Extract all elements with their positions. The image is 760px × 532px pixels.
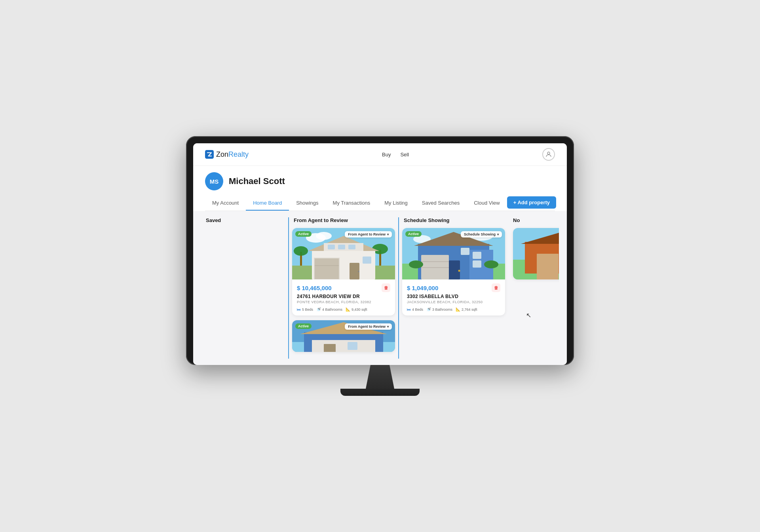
baths-text-1: 4 Bathrooms [322, 308, 342, 312]
column-title-saved: Saved [204, 217, 285, 223]
svg-point-1 [547, 152, 550, 154]
delete-card-3[interactable]: 🗑 [492, 283, 500, 292]
sub-nav: My Account Home Board Showings My Transa… [205, 196, 555, 211]
baths-text-3: 3 Bathrooms [432, 308, 452, 312]
svg-point-46 [409, 260, 423, 268]
card-city-1: PONTE VEDRA BEACH, FLORIDA, 32082 [297, 300, 390, 304]
svg-rect-52 [537, 254, 559, 279]
board-column-from-agent: From Agent to Review [288, 217, 398, 359]
logo-text: ZonRealty [216, 150, 249, 159]
card-image-1: Active From Agent to Review [292, 228, 395, 279]
sqft-text-1: 9,430 sqft [352, 308, 367, 312]
sqft-text-3: 2,764 sqft [462, 308, 477, 312]
card-status-dropdown-1[interactable]: From Agent to Review [345, 231, 392, 238]
card-image-2-partial: Active From Agent to Review [292, 320, 395, 352]
svg-rect-29 [348, 342, 357, 350]
profile-name: Michael Scott [229, 176, 285, 186]
beds-feature-1: 🛏 5 Beds [297, 307, 313, 312]
card-badge-active-1: Active [295, 231, 312, 237]
card-features-3: 🛏 4 Beds 🚿 3 Bathrooms 📐 [407, 307, 500, 312]
beds-text-1: 5 Beds [302, 308, 313, 312]
subnav-my-transactions[interactable]: My Transactions [326, 196, 378, 211]
subnav-home-board[interactable]: Home Board [246, 196, 289, 211]
subnav-saved-searches[interactable]: Saved Searches [415, 196, 467, 211]
monitor-stand-base [340, 389, 420, 396]
app-container: ZonRealty Buy Sell [193, 143, 567, 365]
card-city-3: JACKSONVILLE BEACH, FLORIDA, 32250 [407, 300, 500, 304]
sqft-icon-3: 📐 [456, 307, 460, 312]
monitor-screen: ZonRealty Buy Sell [193, 143, 567, 365]
card-body-3: $ 1,049,000 🗑 3302 ISABELLA BLVD JACKSON… [402, 279, 505, 315]
svg-rect-26 [312, 340, 375, 352]
svg-rect-19 [350, 263, 359, 279]
bath-icon-1: 🚿 [316, 307, 321, 312]
svg-rect-41 [449, 260, 460, 279]
sqft-feature-1: 📐 9,430 sqft [346, 307, 367, 312]
zoni-realty-logo-icon [205, 150, 214, 159]
mouse-cursor: ↖ [526, 312, 531, 319]
column-title-from-agent: From Agent to Review [292, 217, 395, 223]
bath-icon-3: 🚿 [426, 307, 431, 312]
subnav-showings[interactable]: Showings [289, 196, 325, 211]
card-price-1: $ 10,465,000 🗑 [297, 283, 390, 292]
beds-text-3: 4 Beds [412, 308, 423, 312]
subnav-my-listing[interactable]: My Listing [377, 196, 415, 211]
svg-rect-21 [363, 256, 371, 264]
card-status-dropdown-2[interactable]: From Agent to Review [345, 323, 392, 330]
nav-right [542, 148, 555, 161]
card-features-1: 🛏 5 Beds 🚿 4 Bathrooms 📐 [297, 307, 390, 312]
bed-icon-3: 🛏 [407, 307, 411, 312]
card-address-1: 24761 HARBOUR VIEW DR [297, 294, 390, 299]
profile-header: MS Michael Scott [205, 172, 555, 190]
svg-rect-44 [473, 252, 481, 259]
card-badge-active-3: Active [405, 231, 422, 237]
delete-card-1[interactable]: 🗑 [382, 283, 390, 292]
property-card: Active From Agent to Review $ 10,465,000… [292, 228, 395, 315]
card-address-3: 3302 ISABELLA BLVD [407, 294, 500, 299]
column-title-no: No [508, 217, 559, 223]
price-text-3: $ 1,049,000 [407, 285, 438, 291]
logo[interactable]: ZonRealty [205, 150, 249, 159]
board-column-no-partial: No ↖ [508, 217, 559, 359]
baths-feature-3: 🚿 3 Bathrooms [426, 307, 452, 312]
sqft-icon-1: 📐 [346, 307, 350, 312]
profile-section: MS Michael Scott My Account Home Board S… [193, 166, 567, 211]
column-title-schedule-showing: Schedule Showing [402, 217, 505, 223]
svg-rect-28 [324, 344, 336, 352]
svg-rect-38 [421, 255, 449, 279]
board-column-schedule-showing: Schedule Showing [398, 217, 508, 359]
svg-point-47 [484, 260, 498, 268]
kanban-board: Saved From Agent to Review [193, 211, 567, 365]
svg-rect-15 [348, 245, 355, 249]
price-text-1: $ 10,465,000 [297, 285, 332, 291]
avatar: MS [205, 172, 223, 190]
card-status-dropdown-3[interactable]: Schedule Showing [461, 231, 502, 238]
logo-text-part1: Zon [216, 150, 228, 158]
svg-point-4 [316, 232, 332, 240]
property-card-3: Active Schedule Showing $ 1,049,000 🗑 33… [402, 228, 505, 315]
beds-feature-3: 🛏 4 Beds [407, 307, 423, 312]
monitor-wrapper: ZonRealty Buy Sell [186, 136, 574, 396]
card-image-3: Active Schedule Showing [402, 228, 505, 279]
svg-rect-13 [328, 245, 335, 249]
nav-links: Buy Sell [382, 152, 409, 158]
nav-buy[interactable]: Buy [382, 152, 391, 158]
svg-point-20 [358, 271, 359, 272]
subnav-my-account[interactable]: My Account [205, 196, 246, 211]
monitor-stand-neck [364, 365, 396, 389]
svg-point-6 [294, 246, 308, 256]
baths-feature-1: 🚿 4 Bathrooms [316, 307, 342, 312]
svg-rect-14 [338, 245, 345, 249]
add-property-button[interactable]: + Add property [507, 196, 556, 209]
logo-text-part2: Realty [228, 150, 249, 158]
board-column-saved: Saved [201, 217, 288, 359]
nav-sell[interactable]: Sell [400, 152, 409, 158]
svg-rect-45 [473, 260, 481, 268]
property-card-4-partial [513, 228, 559, 279]
card-body-1: $ 10,465,000 🗑 24761 HARBOUR VIEW DR PON… [292, 279, 395, 315]
user-account-icon[interactable] [542, 148, 555, 161]
subnav-cloud-view[interactable]: Cloud View [467, 196, 507, 211]
card-price-3: $ 1,049,000 🗑 [407, 283, 500, 292]
bed-icon-1: 🛏 [297, 307, 301, 312]
card-badge-active-2: Active [295, 323, 312, 329]
